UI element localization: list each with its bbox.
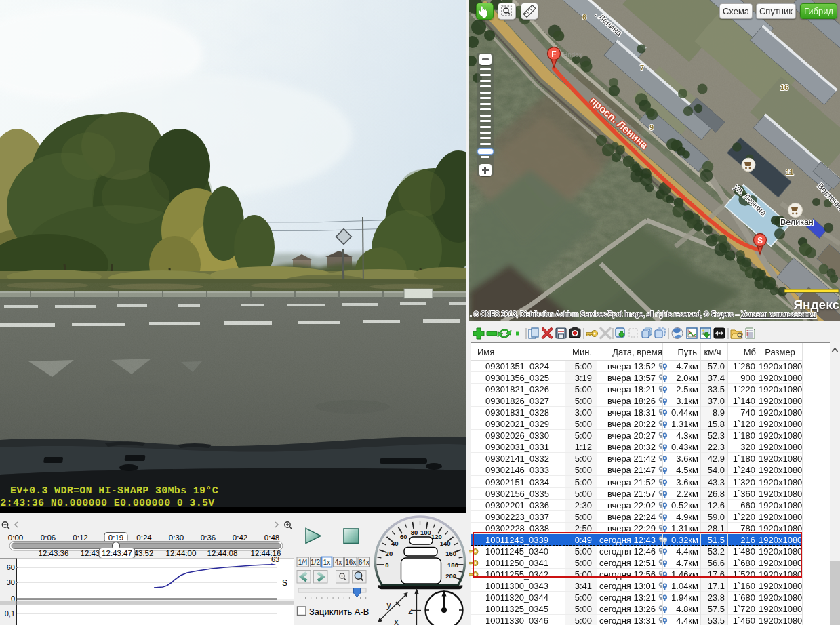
svg-text:0:06: 0:06	[41, 533, 56, 542]
svg-text:0:12: 0:12	[73, 533, 87, 542]
svg-text:0: 0	[11, 594, 15, 603]
svg-text:0:30: 0:30	[169, 533, 184, 542]
svg-text:. © CNES 2013, Distribution As: . © CNES 2013, Distribution Astrium Serv…	[470, 310, 816, 318]
svg-text:180: 180	[447, 561, 458, 569]
svg-text:12:43:47: 12:43:47	[102, 549, 132, 557]
svg-text:S: S	[757, 236, 763, 245]
svg-text:30: 30	[7, 578, 15, 586]
svg-text:43:52: 43:52	[134, 549, 154, 557]
svg-text:160: 160	[445, 550, 456, 557]
svg-text:140: 140	[440, 540, 451, 547]
svg-text:0:24: 0:24	[136, 533, 152, 542]
svg-text:20: 20	[386, 550, 393, 557]
svg-text:0,1: 0,1	[5, 609, 15, 618]
svg-text:12:43:36: 12:43:36	[39, 549, 69, 557]
svg-text:0:42: 0:42	[233, 533, 247, 542]
svg-text:0:36: 0:36	[201, 533, 216, 542]
svg-text:200: 200	[445, 572, 456, 580]
svg-text:0:48: 0:48	[264, 533, 279, 542]
svg-text:1/2: 1/2	[311, 559, 320, 566]
svg-text:16x: 16x	[345, 559, 356, 566]
svg-text:12:43:36 N0.000000 E0.000000: 12:43:36 N0.000000 E0.000000 0 3.5V	[0, 498, 215, 509]
svg-text:0:00: 0:00	[8, 533, 23, 542]
svg-text:Великан: Великан	[780, 218, 814, 227]
svg-text:40: 40	[391, 540, 399, 547]
svg-text:S: S	[282, 578, 287, 588]
svg-text:80: 80	[411, 529, 418, 536]
svg-text:100: 100	[420, 529, 431, 536]
svg-text:64x: 64x	[359, 559, 369, 566]
svg-text:63: 63	[271, 555, 279, 563]
svg-text:11: 11	[786, 168, 794, 176]
svg-text:16: 16	[780, 83, 788, 92]
svg-text:1x: 1x	[323, 559, 331, 566]
svg-text:1/4: 1/4	[298, 559, 308, 566]
svg-text:0:19: 0:19	[108, 533, 123, 542]
svg-text:Зациклить A-B: Зациклить A-B	[309, 607, 369, 617]
svg-text:Яндекс: Яндекс	[793, 298, 839, 312]
svg-text:x: x	[394, 616, 399, 625]
svg-text:EV+0.3 WDR=ON HI-SHARP 30Mb: EV+0.3 WDR=ON HI-SHARP 30Mbs 19°C	[10, 485, 218, 497]
svg-text:Яndex: Яndex	[563, 51, 582, 58]
svg-text:60: 60	[7, 563, 15, 571]
svg-text:12:44:08: 12:44:08	[207, 549, 238, 557]
svg-text:0: 0	[385, 561, 388, 569]
svg-text:7: 7	[640, 64, 644, 72]
svg-text:4x: 4x	[335, 559, 342, 566]
svg-text:6: 6	[582, 13, 586, 21]
svg-text:z: z	[408, 605, 413, 616]
svg-text:12:43: 12:43	[81, 549, 100, 557]
svg-text:F: F	[551, 49, 556, 59]
svg-text:12:44:00: 12:44:00	[166, 549, 197, 557]
svg-text:9: 9	[649, 123, 654, 132]
svg-text:y: y	[386, 599, 391, 610]
svg-text:60: 60	[400, 533, 407, 540]
